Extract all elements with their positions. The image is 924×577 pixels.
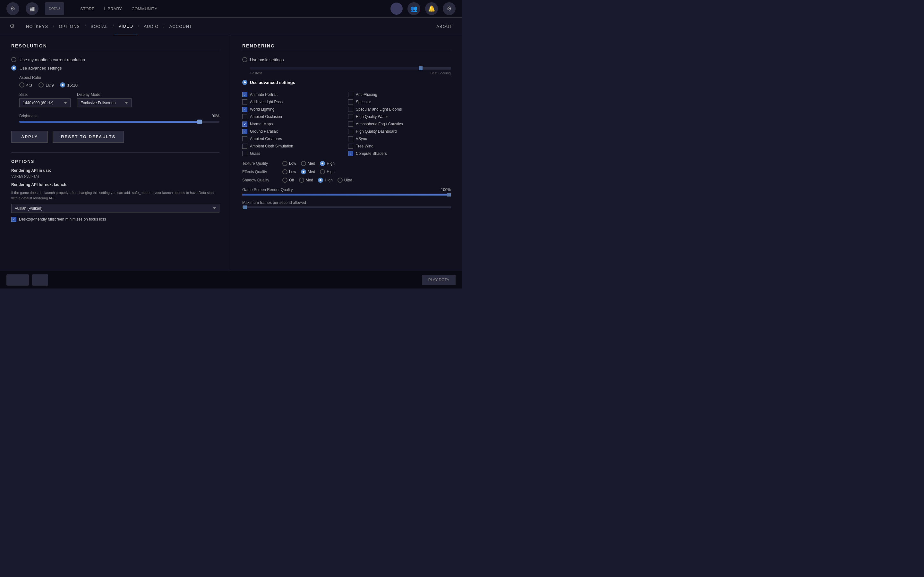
aspect-16-10[interactable]: 16:10 [60, 82, 78, 87]
gsrq-thumb[interactable] [447, 193, 451, 197]
ambient-occlusion-option[interactable]: Ambient Occlusion [242, 114, 345, 119]
size-select[interactable]: 1440x900 (60 Hz) [19, 98, 71, 107]
compute-shaders-option[interactable]: Compute Shaders [348, 151, 451, 156]
ambient-creatures-option[interactable]: Ambient Creatures [242, 136, 345, 141]
nav-social[interactable]: SOCIAL [86, 18, 113, 35]
high-quality-dash-checkbox[interactable] [348, 129, 353, 134]
effects-low-radio[interactable] [282, 169, 288, 174]
specular-blooms-option[interactable]: Specular and Light Blooms [348, 107, 451, 112]
dota-logo[interactable]: DOTA 2 [45, 2, 64, 15]
settings-icon[interactable]: ⚙ [443, 2, 456, 15]
rendering-advanced-option[interactable]: Use advanced settings [242, 80, 451, 85]
brightness-slider[interactable] [19, 121, 220, 123]
nav-hotkeys[interactable]: HOTKEYS [21, 18, 53, 35]
effects-low[interactable]: Low [282, 169, 296, 174]
ambient-creatures-checkbox[interactable] [242, 136, 247, 141]
world-lighting-option[interactable]: World Lighting [242, 107, 345, 112]
desktop-friendly-option[interactable]: Desktop-friendly fullscreen minimizes on… [11, 217, 220, 222]
notifications-icon[interactable]: 🔔 [425, 2, 438, 15]
shadow-ultra[interactable]: Ultra [338, 177, 352, 183]
atmospheric-fog-option[interactable]: Atmospheric Fog / Caustics [348, 121, 451, 127]
display-mode-select[interactable]: Exclusive Fullscreen [77, 98, 132, 107]
nav-store[interactable]: STORE [80, 6, 95, 11]
nav-community[interactable]: COMMUNITY [132, 6, 157, 11]
rendering-advanced-radio[interactable] [242, 80, 247, 85]
shadow-ultra-radio[interactable] [338, 177, 342, 183]
rendering-api-select[interactable]: Vulkan (-vulkan) DirectX 9 DirectX 11 Op… [11, 204, 220, 213]
additive-light-checkbox[interactable] [242, 99, 247, 105]
aspect-16-10-radio[interactable] [60, 82, 65, 87]
high-quality-water-checkbox[interactable] [348, 114, 353, 119]
additive-light-option[interactable]: Additive Light Pass [242, 99, 345, 105]
texture-med-radio[interactable] [301, 161, 306, 166]
resolution-advanced-option[interactable]: Use advanced settings [11, 65, 220, 71]
grass-checkbox[interactable] [242, 151, 247, 156]
grass-option[interactable]: Grass [242, 151, 345, 156]
bottom-icon-2[interactable] [32, 274, 48, 285]
effects-med-radio[interactable] [301, 169, 306, 174]
shadow-high-radio[interactable] [318, 177, 323, 183]
bottom-play-btn[interactable]: PLAY DOTA [422, 275, 456, 285]
nav-account[interactable]: ACCOUNT [165, 18, 197, 35]
ground-parallax-checkbox[interactable] [242, 129, 247, 134]
rendering-basic-radio[interactable] [242, 57, 247, 62]
nav-options[interactable]: OPTIONS [54, 18, 85, 35]
fps-slider[interactable] [242, 206, 451, 208]
aspect-16-9-radio[interactable] [39, 82, 44, 87]
specular-checkbox[interactable] [348, 99, 353, 105]
texture-low[interactable]: Low [282, 161, 296, 166]
friends-icon[interactable]: 👥 [407, 2, 420, 15]
shadow-med[interactable]: Med [299, 177, 313, 183]
ambient-occlusion-checkbox[interactable] [242, 114, 247, 119]
texture-high-radio[interactable] [320, 161, 325, 166]
effects-high-radio[interactable] [320, 169, 325, 174]
nav-library[interactable]: LIBRARY [104, 6, 122, 11]
normal-maps-option[interactable]: Normal Maps [242, 121, 345, 127]
world-lighting-checkbox[interactable] [242, 107, 247, 112]
anti-aliasing-option[interactable]: Anti-Aliasing [348, 92, 451, 97]
rendering-quality-slider[interactable] [250, 67, 451, 69]
anti-aliasing-checkbox[interactable] [348, 92, 353, 97]
nav-about[interactable]: ABOUT [436, 24, 452, 29]
reset-button[interactable]: RESET TO DEFAULTS [53, 131, 124, 143]
resolution-monitor-option[interactable]: Use my monitor's current resolution [11, 57, 220, 62]
user-avatar[interactable] [391, 3, 403, 15]
shadow-high[interactable]: High [318, 177, 333, 183]
normal-maps-checkbox[interactable] [242, 121, 247, 127]
vsync-option[interactable]: VSync [348, 136, 451, 141]
shadow-off-radio[interactable] [282, 177, 288, 183]
desktop-friendly-checkbox[interactable] [11, 217, 16, 222]
vsync-checkbox[interactable] [348, 136, 353, 141]
nav-video[interactable]: VIDEO [113, 18, 137, 35]
high-quality-dash-option[interactable]: High Quality Dashboard [348, 129, 451, 134]
ambient-cloth-option[interactable]: Ambient Cloth Simulation [242, 143, 345, 149]
compute-shaders-checkbox[interactable] [348, 151, 353, 156]
specular-option[interactable]: Specular [348, 99, 451, 105]
apply-button[interactable]: APPLY [11, 131, 48, 143]
texture-low-radio[interactable] [282, 161, 288, 166]
animate-portrait-checkbox[interactable] [242, 92, 247, 97]
steam-icon[interactable]: ⚙ [6, 2, 19, 15]
fps-thumb[interactable] [243, 205, 247, 210]
tree-wind-checkbox[interactable] [348, 143, 353, 149]
texture-med[interactable]: Med [301, 161, 315, 166]
shadow-off[interactable]: Off [282, 177, 294, 183]
nav-audio[interactable]: AUDIO [139, 18, 163, 35]
aspect-4-3-radio[interactable] [19, 82, 24, 87]
ground-parallax-option[interactable]: Ground Parallax [242, 129, 345, 134]
gsrq-slider[interactable] [242, 193, 451, 195]
texture-high[interactable]: High [320, 161, 334, 166]
rendering-quality-thumb[interactable] [419, 66, 423, 70]
animate-portrait-option[interactable]: Animate Portrait [242, 92, 345, 97]
shadow-med-radio[interactable] [299, 177, 304, 183]
specular-blooms-checkbox[interactable] [348, 107, 353, 112]
bottom-icon-1[interactable] [6, 274, 29, 285]
effects-high[interactable]: High [320, 169, 334, 174]
resolution-advanced-radio[interactable] [11, 65, 16, 71]
rendering-basic-option[interactable]: Use basic settings [242, 57, 451, 62]
aspect-16-9[interactable]: 16:9 [39, 82, 53, 87]
high-quality-water-option[interactable]: High Quality Water [348, 114, 451, 119]
resolution-monitor-radio[interactable] [11, 57, 16, 62]
tree-wind-option[interactable]: Tree Wind [348, 143, 451, 149]
ambient-cloth-checkbox[interactable] [242, 143, 247, 149]
